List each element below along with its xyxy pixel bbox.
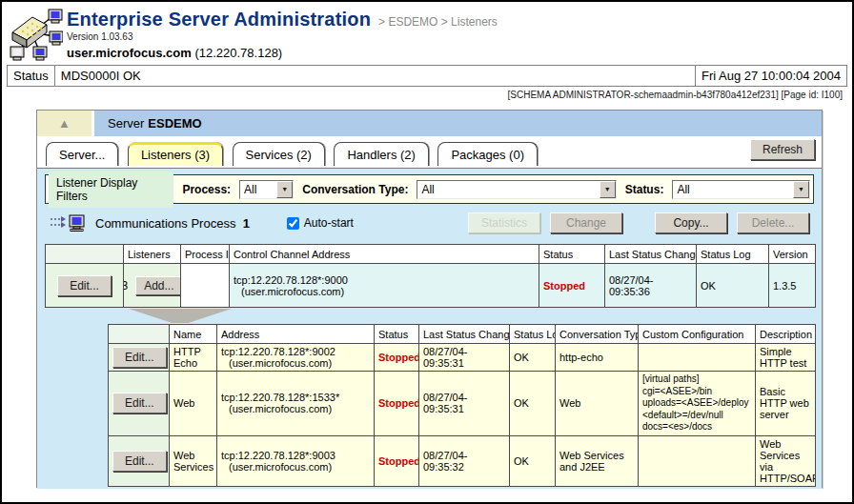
chevron-down-icon: ▼ [600,181,616,198]
status-filter-select[interactable]: All ▼ [672,180,810,199]
description-cell: Web Services via HTTP/SOAP [756,435,816,486]
edit-cell: Edit... [109,344,170,372]
hostname: user.microfocus.com [67,46,192,60]
status-bar: Status MDS0000I OK Fri Aug 27 10:00:04 2… [7,65,847,87]
col-header-status: Status [375,325,419,344]
status-log-cell: OK [697,264,769,308]
status-message: MDS0000I OK [55,66,695,86]
autostart-checkbox[interactable] [287,217,299,230]
communications-process-number: 1 [243,216,250,231]
listener-count: 3 [124,279,129,292]
breadcrumb: > ESDEMO > Listeners [378,15,498,29]
tab-handlers[interactable]: Handlers (2) [334,142,429,166]
col-header-version: Version [769,245,816,264]
tab-services[interactable]: Services (2) [233,142,325,166]
edit-listener-button[interactable]: Edit... [112,347,167,368]
last-status-change-cell: 08/27/04-09:35:36 [605,264,697,308]
description-cell: Simple HTTP test [756,344,816,372]
col-header-name: Name [170,325,217,344]
col-header-listeners: Listeners [124,245,181,264]
chevron-down-icon: ▼ [793,181,809,198]
edit-listener-button[interactable]: Edit... [112,451,167,472]
edit-cell: Edit... [46,264,124,308]
description-cell: Basic HTTP web server [756,372,816,436]
statistics-button: Statistics [468,212,540,233]
header-text: Enterprise Server Administration > ESDEM… [67,7,498,63]
status-cell: Stopped [539,264,605,308]
conversation-type-cell: Web [556,372,639,436]
edit-cell: Edit... [109,372,170,436]
process-row: Edit... 3 Add... tcp:12.220.78.128*:9000… [46,264,816,308]
process-table: Listeners Process ID Control Channel Add… [45,244,816,308]
status-cell: Stopped [375,435,419,486]
conversation-type-cell: Web Services and J2EE [556,435,639,486]
status-log-cell: OK [510,344,556,372]
version-label: Version 1.03.63 [67,31,498,42]
copy-button[interactable]: Copy... [655,212,727,233]
status-filter-label: Status: [625,183,664,196]
communications-process-label: Communications Process 1 [95,216,250,231]
listener-row: Edit... Web Services tcp:12.220.78.128*:… [109,435,816,486]
col-header-custom-configuration: Custom Configuration [639,325,756,344]
status-log-cell: OK [510,372,556,436]
edit-process-button[interactable]: Edit... [57,275,112,296]
server-panel-header: ▲ Server ESDEMO [37,111,822,136]
last-status-change-cell: 08/27/04-09:35:31 [419,372,510,436]
custom-configuration-cell: [virtual paths] cgi=<ASEE>/bin uploads=<… [639,372,756,436]
app-header: Enterprise Server Administration > ESDEM… [2,2,852,63]
communications-process-icon [50,214,86,232]
process-id-cell [181,264,230,308]
col-header-status-log: Status Log [697,245,769,264]
tab-listeners[interactable]: Listeners (3) [128,142,223,166]
edit-cell: Edit... [109,435,170,486]
col-header-control-channel: Control Channel Address [230,245,539,264]
col-header-last-status-change: Last Status Change [605,245,697,264]
refresh-button[interactable]: Refresh [750,139,815,160]
address-cell: tcp:12.220.78.128*:9003 (user.microfocus… [217,435,375,486]
col-header-process-id: Process ID [181,245,230,264]
page-title: Enterprise Server Administration [67,9,371,30]
name-cell: Web Services [170,435,217,486]
name-cell: Web [170,372,217,436]
col-header-edit [109,325,170,344]
server-title-bar: Server ESDEMO [94,111,822,136]
chevron-down-icon: ▼ [276,181,293,198]
conversation-type-filter-select[interactable]: All ▼ [417,180,616,199]
host-line: user.microfocus.com (12.220.78.128) [67,46,498,60]
tab-server[interactable]: Server... [46,142,118,166]
process-table-header: Listeners Process ID Control Channel Add… [46,245,816,264]
last-status-change-cell: 08/27/04-09:35:31 [419,344,510,372]
address-cell: tcp:12.220.78.128*:9002 (user.microfocus… [217,344,375,372]
custom-configuration-cell [639,435,756,486]
name-cell: HTTP Echo [170,344,217,372]
server-name: ESDEMO [148,116,201,131]
listener-row: Edit... Web tcp:12.220.78.128*:1533* (us… [109,372,816,436]
add-listener-button[interactable]: Add... [135,276,180,295]
process-filter-select[interactable]: All ▼ [239,180,294,199]
conversation-type-cell: http-echo [556,344,639,372]
status-cell: Stopped [375,344,419,372]
status-cell: Stopped [375,372,419,436]
tab-packages[interactable]: Packages (0) [437,142,538,166]
edit-listener-button[interactable]: Edit... [112,393,167,413]
conversation-type-filter-label: Conversation Type: [302,183,408,196]
host-ip: (12.220.78.128) [194,46,282,60]
col-header-address: Address [217,325,375,344]
custom-configuration-cell [639,344,756,372]
delete-button: Delete... [737,212,809,233]
listener-row: Edit... HTTP Echo tcp:12.220.78.128*:900… [109,344,816,372]
col-header-status: Status [539,245,605,264]
page: Enterprise Server Administration > ESDEM… [0,0,854,504]
autostart-control: Auto-start [287,216,354,230]
col-header-description: Description [756,325,816,344]
col-header-edit [46,245,124,264]
communications-process-row: Communications Process 1 Auto-start Stat… [45,208,814,238]
status-datetime: Fri Aug 27 10:00:04 2004 [695,66,846,86]
version-cell: 1.3.5 [769,264,816,308]
address-cell: tcp:12.220.78.128*:1533* (user.microfocu… [217,372,375,436]
status-log-cell: OK [510,435,556,486]
tab-bar: Server... Listeners (3) Services (2) Han… [37,136,822,168]
listeners-content: Listener Display Filters Process: All ▼ … [37,168,822,489]
filters-caption: Listener Display Filters [49,171,173,208]
collapse-button[interactable]: ▲ [37,111,92,136]
